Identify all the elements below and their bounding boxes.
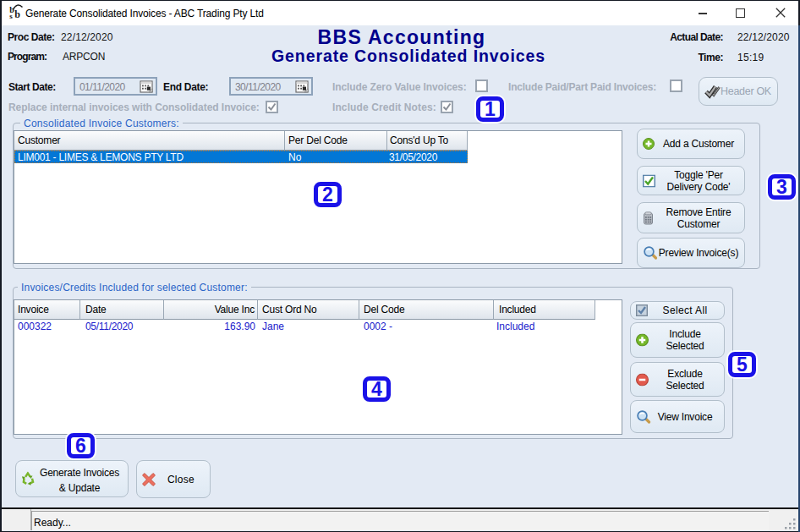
svg-text:s: s [9, 12, 13, 20]
svg-text:b: b [14, 8, 20, 20]
